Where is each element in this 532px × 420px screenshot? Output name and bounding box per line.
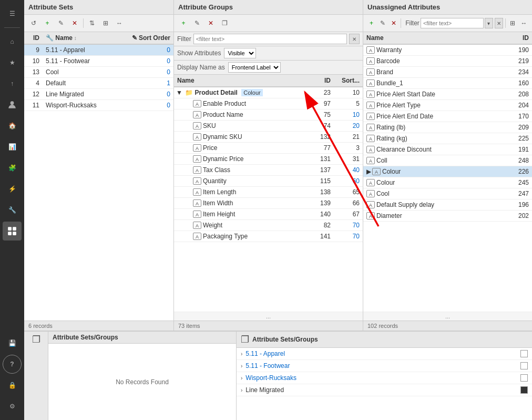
sets-list-item[interactable]: › Wisport-Rucksaks bbox=[237, 372, 532, 384]
puzzle-icon[interactable]: 🧩 bbox=[3, 158, 22, 177]
unassigned-row[interactable]: ARating (lb) 209 bbox=[363, 122, 532, 133]
cols-set-button[interactable]: ⊞ bbox=[99, 17, 112, 29]
unassigned-row[interactable]: AColour 245 bbox=[363, 177, 532, 188]
upload-icon[interactable]: ↑ bbox=[3, 74, 22, 93]
groups-more-button[interactable]: ... bbox=[174, 312, 363, 321]
attribute-row[interactable]: ADynamic Price 131 31 bbox=[174, 154, 363, 165]
attribute-set-row[interactable]: 12 Line Migrated 0 bbox=[24, 89, 173, 100]
unassigned-row[interactable]: APrice Alert Type 204 bbox=[363, 100, 532, 111]
attribute-group-row[interactable]: ▼ 📁 Product Detail Colour 23 10 bbox=[174, 87, 363, 98]
unassigned-row[interactable]: ABundle_1 160 bbox=[363, 78, 532, 89]
col-header-name[interactable]: 🔧 Name bbox=[43, 32, 129, 44]
unassigned-row[interactable]: APrice Alert Start Date 208 bbox=[363, 89, 532, 100]
building-icon[interactable]: 🏠 bbox=[3, 116, 22, 135]
edit-group-button[interactable]: ✎ bbox=[191, 17, 203, 29]
edit-set-button[interactable]: ✎ bbox=[55, 17, 67, 29]
add-set-button[interactable]: + bbox=[41, 17, 54, 29]
attr-name-cell: AItem Width bbox=[174, 198, 313, 209]
col-header-id[interactable]: ID bbox=[24, 32, 43, 44]
attribute-row[interactable]: AEnable Product 97 5 bbox=[174, 98, 363, 109]
unassigned-row[interactable]: APrice Alert End Date 170 bbox=[363, 111, 532, 122]
delete-set-button[interactable]: ✕ bbox=[68, 17, 81, 29]
unassigned-row[interactable]: ADiameter 202 bbox=[363, 211, 532, 222]
unassigned-row[interactable]: AWarranty 190 bbox=[363, 44, 532, 56]
move-set-button[interactable]: ⇅ bbox=[86, 17, 98, 29]
unassigned-more-button[interactable]: ... bbox=[363, 312, 532, 321]
delete-group-button[interactable]: ✕ bbox=[204, 17, 217, 29]
edit-unassigned-button[interactable]: ✎ bbox=[377, 17, 387, 29]
col-header-group-sort[interactable]: Sort... bbox=[334, 75, 363, 87]
unassigned-resize-button[interactable]: ↔ bbox=[519, 17, 529, 29]
wrench-icon[interactable]: 🔧 bbox=[3, 201, 22, 219]
attribute-row[interactable]: APackaging Type 141 70 bbox=[174, 231, 363, 242]
sets-item-checkbox[interactable] bbox=[520, 386, 528, 394]
grid-icon[interactable] bbox=[3, 222, 22, 241]
menu-icon[interactable]: ☰ bbox=[3, 4, 22, 23]
unassigned-row[interactable]: ACool 247 bbox=[363, 188, 532, 199]
attribute-row[interactable]: ATax Class 137 40 bbox=[174, 165, 363, 176]
sets-item-arrow[interactable]: › bbox=[241, 351, 242, 357]
unassigned-row[interactable]: ADefault Supply delay 196 bbox=[363, 199, 532, 211]
attribute-set-row[interactable]: 10 5.11 - Footwear 0 bbox=[24, 56, 173, 67]
col-header-sort[interactable]: ✎ Sort Order bbox=[129, 32, 173, 44]
sets-list-item[interactable]: › Line Migrated bbox=[237, 384, 532, 396]
unassigned-row[interactable]: ABarcode 219 bbox=[363, 56, 532, 67]
sets-item-checkbox[interactable] bbox=[520, 362, 528, 369]
attribute-row[interactable]: AItem Length 138 65 bbox=[174, 187, 363, 198]
group-expand-icon[interactable]: ▼ bbox=[176, 89, 182, 96]
unassigned-row[interactable]: AColl 248 bbox=[363, 155, 532, 166]
unassigned-row[interactable]: ARating (kg) 225 bbox=[363, 133, 532, 144]
user-icon[interactable] bbox=[3, 95, 22, 114]
attribute-sets-list: › 5.11 - Apparel › 5.11 - Footwear › Wis… bbox=[237, 348, 532, 420]
show-attributes-select[interactable]: Visible All Hidden bbox=[224, 48, 256, 58]
save-icon[interactable]: 💾 bbox=[3, 334, 22, 353]
attribute-set-row[interactable]: 4 Default 1 bbox=[24, 78, 173, 89]
col-header-unassigned-id[interactable]: ID bbox=[511, 32, 532, 44]
sets-item-arrow[interactable]: › bbox=[241, 363, 242, 369]
unassigned-row[interactable]: AClearance Discount 191 bbox=[363, 144, 532, 155]
col-header-group-id[interactable]: ID bbox=[313, 75, 334, 87]
attribute-row[interactable]: AItem Height 140 67 bbox=[174, 209, 363, 220]
resize-set-button[interactable]: ↔ bbox=[113, 17, 126, 29]
help-icon[interactable]: ? bbox=[3, 355, 22, 374]
sets-item-arrow[interactable]: › bbox=[241, 375, 242, 381]
star-icon[interactable]: ★ bbox=[3, 53, 22, 72]
attribute-row[interactable]: APrice 77 3 bbox=[174, 143, 363, 154]
copy-group-button[interactable]: ❐ bbox=[218, 17, 231, 29]
layers-icon[interactable]: ⚡ bbox=[3, 179, 22, 198]
sets-list-item[interactable]: › 5.11 - Apparel bbox=[237, 348, 532, 360]
sets-item-checkbox[interactable] bbox=[520, 374, 528, 382]
unassigned-row[interactable]: ABrand 234 bbox=[363, 67, 532, 78]
groups-filter-input[interactable] bbox=[193, 34, 347, 44]
lock-icon[interactable]: 🔒 bbox=[3, 376, 22, 395]
sets-item-arrow[interactable]: › bbox=[241, 387, 242, 393]
display-name-select[interactable]: Frontend Label Attribute Code bbox=[228, 62, 281, 73]
settings-icon[interactable]: ⚙ bbox=[3, 397, 22, 416]
attribute-row[interactable]: AProduct Name 75 10 bbox=[174, 109, 363, 121]
col-header-unassigned-name[interactable]: Name bbox=[363, 32, 511, 44]
attribute-sets-toolbar: ↺ + ✎ ✕ ⇅ ⊞ ↔ bbox=[24, 15, 173, 32]
sets-list-item[interactable]: › 5.11 - Footwear bbox=[237, 360, 532, 372]
attribute-set-row[interactable]: 13 Cool 0 bbox=[24, 67, 173, 78]
col-header-group-name[interactable]: Name bbox=[174, 75, 313, 87]
refresh-button[interactable]: ↺ bbox=[27, 17, 40, 29]
unassigned-filter-input[interactable] bbox=[421, 18, 484, 28]
attribute-row[interactable]: AWeight 82 70 bbox=[174, 220, 363, 231]
add-group-button[interactable]: + bbox=[177, 17, 190, 29]
add-unassigned-button[interactable]: + bbox=[366, 17, 376, 29]
home-icon[interactable]: ⌂ bbox=[3, 32, 22, 51]
groups-filter-clear-button[interactable]: ✕ bbox=[349, 34, 360, 44]
delete-unassigned-button[interactable]: ✕ bbox=[388, 17, 398, 29]
unassigned-row[interactable]: ▶AColour 226 bbox=[363, 166, 532, 177]
attribute-row[interactable]: ASKU 74 20 bbox=[174, 121, 363, 132]
unassigned-filter-dropdown[interactable]: ▾ bbox=[485, 18, 493, 28]
attribute-set-row[interactable]: 11 Wisport-Rucksaks 0 bbox=[24, 100, 173, 111]
unassigned-cols-button[interactable]: ⊞ bbox=[508, 17, 518, 29]
attribute-row[interactable]: AItem Width 139 66 bbox=[174, 198, 363, 209]
sets-item-checkbox[interactable] bbox=[520, 350, 528, 357]
attribute-row[interactable]: AQuantity 115 60 bbox=[174, 176, 363, 187]
attribute-row[interactable]: ADynamic SKU 132 21 bbox=[174, 132, 363, 143]
unassigned-filter-clear[interactable]: ✕ bbox=[495, 18, 503, 28]
attribute-set-row[interactable]: 9 5.11 - Apparel 0 bbox=[24, 44, 173, 56]
chart-icon[interactable]: 📊 bbox=[3, 137, 22, 156]
